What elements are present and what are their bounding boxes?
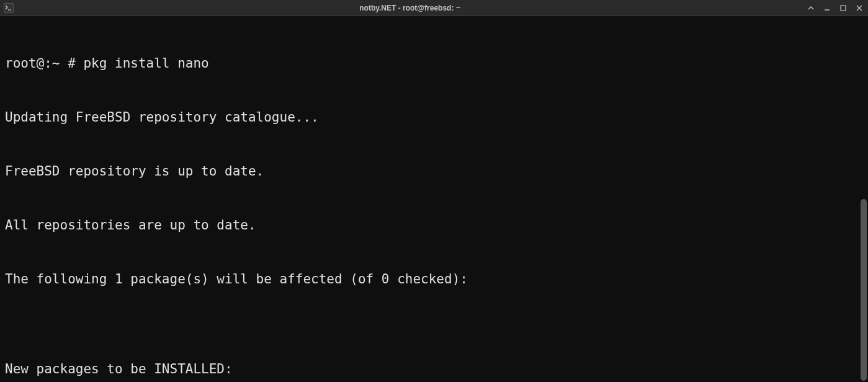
terminal-line: Updating FreeBSD repository catalogue... <box>5 109 863 127</box>
close-button[interactable] <box>854 3 864 13</box>
svg-rect-2 <box>841 6 846 11</box>
window-controls <box>806 3 864 13</box>
terminal-icon <box>4 3 14 13</box>
terminal-line: The following 1 package(s) will be affec… <box>5 270 863 288</box>
scrollbar-thumb[interactable] <box>861 199 867 381</box>
titlebar: notby.NET - root@freebsd: ~ <box>0 0 868 16</box>
maximize-button[interactable] <box>838 3 848 13</box>
terminal-line: New packages to be INSTALLED: <box>5 360 863 378</box>
window-title: notby.NET - root@freebsd: ~ <box>14 4 806 12</box>
minimize-button[interactable] <box>822 3 832 13</box>
terminal-line: All repositories are up to date. <box>5 216 863 234</box>
terminal-line: FreeBSD repository is up to date. <box>5 162 863 180</box>
terminal[interactable]: root@:~ # pkg install nano Updating Free… <box>0 16 868 382</box>
titlebar-left <box>4 3 14 13</box>
scrollbar[interactable] <box>861 17 867 381</box>
terminal-line: root@:~ # pkg install nano <box>5 55 863 73</box>
rollup-button[interactable] <box>806 3 816 13</box>
